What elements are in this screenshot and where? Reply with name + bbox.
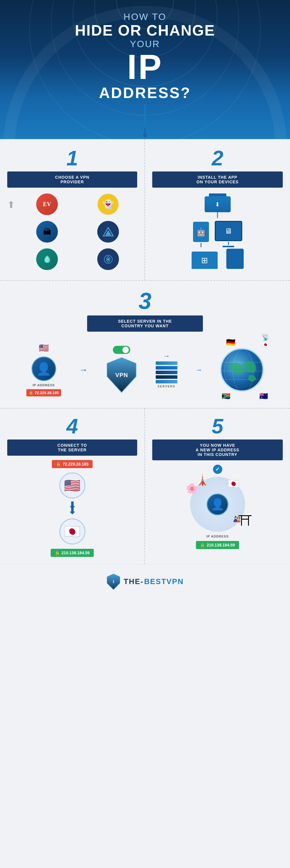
header-title: HOW TO HIDE OR CHANGE YOUR IP ADDRESS? [6,11,284,104]
user-avatar: 👤 [32,356,56,381]
servers-label: SERVERS [157,385,175,388]
footer: i THE- BESTVPN [0,564,290,599]
daruma: 🎎 [233,516,241,523]
down-arrows: ⬇ ⬇ [68,503,76,514]
globe [220,348,264,392]
ip-badge-red: 🔒 72.229.28.185 [26,389,61,396]
check-circle: ✓ [213,465,222,474]
vpn-shield: VPN [106,356,138,394]
cursor-icon: ⬆ [7,199,15,210]
devices-illustration: ⬇ 🤖 🖥 [152,193,283,269]
step2-number: 2 [152,148,283,168]
step5-content: ✓ 🇯🇵 ⛩ 🌸 🎎 👤 🗼 IP ADDR [152,465,283,549]
protonvpn-logo [97,221,119,243]
cyberghost-logo: 👻 [97,193,119,215]
header-section: HOW TO HIDE OR CHANGE YOUR IP ADDRESS? [0,0,290,139]
new-ip-badge-step4: 🔒 210.138.184.59 [51,549,93,557]
step5-number: 5 [152,416,283,437]
step1-number: 1 [7,148,137,168]
footer-logo: i THE- BESTVPN [9,573,281,590]
globe-section: 🇩🇪 📡 🇯🇵 [220,348,264,392]
vpn-logos-grid: EV 👻 🏔 [18,192,137,272]
tokyo-tower: 🗼 [196,474,209,486]
step5-section: 5 YOU NOW HAVEA NEW IP ADDRESSIN THIS CO… [145,408,290,564]
toggle-switch [113,346,130,354]
expressvpn-logo: EV [36,193,58,215]
step1-label: CHOOSE A VPNPROVIDER [7,172,137,188]
servers-section: → SERVERS [156,352,177,388]
step5-label: YOU NOW HAVEA NEW IP ADDRESSIN THIS COUN… [152,439,283,460]
vpn-shield-section: VPN [106,346,138,394]
footer-name-the: THE- [123,577,144,586]
step2-section: 2 INSTALL THE APPON YOUR DEVICES ⬇ [145,139,290,280]
scene-person: 👤 [207,494,228,515]
steps-4-5-row: 4 CONNECT TOTHE SERVER 🔒 72.229.28.185 🇺… [0,408,290,564]
japan-pin: 📡 🇯🇵 [262,334,269,348]
step3-section: 3 SELECT SERVER IN THECOUNTRY YOU WANT 🇺… [0,280,290,408]
ip-label: IP ADDRESS [33,383,55,387]
us-flag-circle: 🇺🇸 [59,472,85,498]
australia-flag: 🇦🇺 [259,392,268,400]
user-section: 🇺🇸 👤 IP ADDRESS 🔒 72.229.28.185 [26,343,61,396]
hide-change-text: HIDE OR CHANGE [6,22,284,39]
main-content: 1 CHOOSE A VPNPROVIDER ⬆ EV 👻 🏔 [0,139,290,599]
footer-name-bestvpn: BESTVPN [144,577,184,586]
step4-content: 🔒 72.229.28.185 🇺🇸 ⬇ ⬇ 🇯🇵 🔒 210.138.184.… [7,460,137,557]
arrow2: → [163,352,170,360]
step1-section: 1 CHOOSE A VPNPROVIDER ⬆ EV 👻 🏔 [0,139,145,280]
steps-1-2-row: 1 CHOOSE A VPNPROVIDER ⬆ EV 👻 🏔 [0,139,290,280]
step4-label: CONNECT TOTHE SERVER [7,439,137,456]
svg-point-3 [107,258,109,260]
pia-logo [97,248,119,270]
surfshark-logo [36,248,58,270]
arrow3: → [195,366,202,374]
japan-flag-scene: 🇯🇵 [228,478,239,489]
step2-label: INSTALL THE APPON YOUR DEVICES [152,172,283,188]
vpn-text: VPN [115,372,128,378]
footer-shield-icon: i [106,573,121,590]
step3-label: SELECT SERVER IN THECOUNTRY YOU WANT [87,315,203,332]
new-ip-badge-step5: 🔒 210.138.184.59 [196,541,239,549]
japan-flag-circle: 🇯🇵 [59,519,85,545]
original-ip-badge: 🔒 72.229.28.185 [52,460,93,468]
drip-decoration [139,104,151,139]
ip-text: IP [6,50,284,84]
japan-scene: 🇯🇵 ⛩ 🌸 🎎 👤 🗼 [190,477,245,532]
step4-number: 4 [7,416,137,437]
step4-section: 4 CONNECT TOTHE SERVER 🔒 72.229.28.185 🇺… [0,408,145,564]
footer-brand-text: THE- BESTVPN [123,577,183,586]
ip-address-label-step5: IP ADDRESS [206,535,229,538]
nordvpn-logo: 🏔 [36,221,58,243]
germany-flag: 🇩🇪 [226,338,235,347]
us-flag: 🇺🇸 [39,343,49,353]
arrow1: → [79,365,88,375]
vpn-diagram: 🇺🇸 👤 IP ADDRESS 🔒 72.229.28.185 → [11,340,279,399]
step3-number: 3 [11,289,279,313]
server-bars [156,362,177,383]
south-africa-flag: 🇿🇦 [222,392,230,400]
address-text: ADDRESS? [6,84,284,101]
how-to-text: HOW TO [6,11,284,22]
